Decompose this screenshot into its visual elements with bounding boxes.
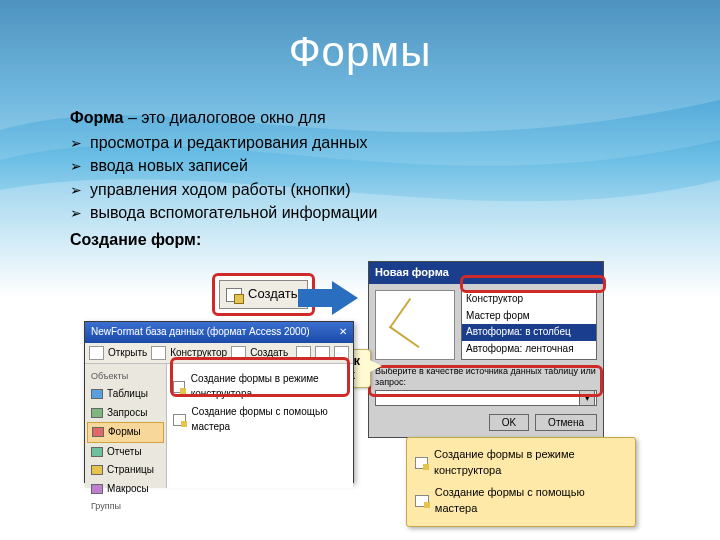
sidebar-item-macros[interactable]: Макросы [87, 480, 164, 499]
ok-button[interactable]: OK [489, 414, 529, 431]
slide-body: Форма – это диалоговое окно для просмотр… [70, 106, 650, 509]
wizard-icon [173, 381, 185, 393]
bullet-list: просмотра и редактирования данных ввода … [70, 131, 650, 224]
access-titlebar: NewFormat база данных (формат Access 200… [85, 322, 353, 343]
access-db-window: NewFormat база данных (формат Access 200… [84, 321, 354, 483]
groups-header: Группы [87, 498, 164, 515]
list-item[interactable]: Конструктор [462, 291, 596, 308]
lead-bold: Форма [70, 109, 124, 126]
dialog-preview [375, 290, 455, 360]
access-toolbar: Открыть Конструктор Создать [85, 343, 353, 365]
create-icon[interactable] [231, 346, 246, 360]
screenshot-collage: Создать Новая форма Конструктор Мастер ф… [80, 259, 640, 509]
objects-header: Объекты [87, 368, 164, 385]
list-pane: Создание формы в режиме конструктора Соз… [167, 364, 353, 488]
wizard-icon [415, 457, 428, 469]
cancel-button[interactable]: Отмена [535, 414, 597, 431]
list-item[interactable]: Создание формы в режиме конструктора [415, 444, 627, 482]
dialog-hint: Выберите в качестве источника данных таб… [375, 366, 597, 388]
yellow-popup: Создание формы в режиме конструктора Соз… [406, 437, 636, 527]
view-icon[interactable] [315, 346, 330, 360]
bullet-item: ввода новых записей [70, 154, 650, 177]
new-form-dialog: Новая форма Конструктор Мастер форм Авто… [368, 261, 604, 438]
new-form-icon [226, 288, 242, 302]
dialog-titlebar: Новая форма [369, 262, 603, 284]
create-button[interactable]: Создать [219, 280, 308, 309]
bullet-item: вывода вспомогательной информации [70, 201, 650, 224]
lead-rest: – это диалоговое окно для [124, 109, 326, 126]
list-item[interactable]: Автоформа: ленточная [462, 341, 596, 358]
wizard-icon [415, 495, 429, 507]
source-combo[interactable] [375, 390, 597, 406]
wizard-icon [173, 414, 186, 426]
toolbar-design[interactable]: Конструктор [170, 346, 227, 361]
list-item[interactable]: Создание формы с помощью мастера [173, 403, 347, 436]
sidebar-item-pages[interactable]: Страницы [87, 461, 164, 480]
sidebar-item-tables[interactable]: Таблицы [87, 385, 164, 404]
create-button-label: Создать [248, 285, 297, 304]
sidebar-item-reports[interactable]: Отчеты [87, 443, 164, 462]
list-item[interactable]: Автоформа: табличная [462, 357, 596, 360]
toolbar-open[interactable]: Открыть [108, 346, 147, 361]
lead-text: Форма – это диалоговое окно для [70, 106, 650, 129]
design-icon[interactable] [151, 346, 166, 360]
slide-title: Формы [0, 0, 720, 76]
view-icon[interactable] [296, 346, 311, 360]
toolbar-create[interactable]: Создать [250, 346, 288, 361]
list-item[interactable]: Создание формы в режиме конструктора [173, 370, 347, 403]
sidebar-item-queries[interactable]: Запросы [87, 404, 164, 423]
bullet-item: управления ходом работы (кнопки) [70, 178, 650, 201]
list-item[interactable]: Мастер форм [462, 308, 596, 325]
dialog-options-list[interactable]: Конструктор Мастер форм Автоформа: в сто… [461, 290, 597, 360]
view-icon[interactable] [334, 346, 349, 360]
objects-panel: Объекты Таблицы Запросы Формы Отчеты Стр… [85, 364, 167, 488]
bullet-item: просмотра и редактирования данных [70, 131, 650, 154]
section-label: Создание форм: [70, 228, 650, 251]
open-icon[interactable] [89, 346, 104, 360]
list-item[interactable]: Автоформа: в столбец [462, 324, 596, 341]
sidebar-item-forms[interactable]: Формы [87, 422, 164, 443]
arrow-icon [298, 281, 358, 315]
list-item[interactable]: Создание формы с помощью мастера [415, 482, 627, 520]
